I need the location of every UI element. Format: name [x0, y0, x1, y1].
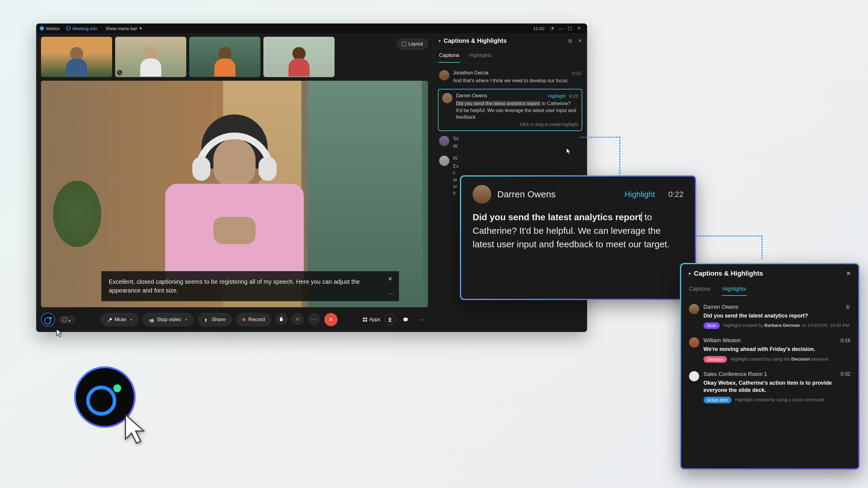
caption-text: Did you send the latest analytics report…	[456, 100, 578, 121]
popout-icon[interactable]: ⧉	[568, 38, 572, 44]
active-speaker-video: Excellent, closed captioning seems to be…	[41, 81, 428, 307]
avatar	[439, 156, 450, 166]
caption-item[interactable]: So W	[438, 133, 582, 153]
avatar	[689, 371, 699, 381]
close-panel-icon[interactable]: ✕	[578, 38, 582, 44]
hand-icon	[279, 316, 284, 322]
avatar	[472, 185, 491, 204]
highlight-meta: Highlight created by using the Decision …	[731, 356, 828, 362]
tab-highlights[interactable]: Highlights	[468, 49, 492, 63]
close-icon[interactable]: ✕	[846, 270, 851, 277]
avatar	[439, 70, 450, 80]
info-icon	[66, 26, 70, 30]
highlight-meta: Highlight created by Barbara German on 1…	[723, 322, 849, 328]
close-caption-button[interactable]: ✕	[388, 275, 395, 282]
decision-pill: Decision	[704, 356, 727, 363]
connector-line	[694, 235, 763, 259]
cursor-icon	[56, 328, 63, 337]
delete-icon[interactable]: 🗑	[845, 304, 850, 310]
highlights-panel: ▾ Captions & Highlights ✕ Captions Highl…	[680, 263, 860, 469]
webex-logo-icon	[40, 26, 44, 30]
brand: Webex	[40, 26, 60, 31]
avatar	[442, 93, 453, 103]
meeting-controls: Mute ▾ Stop video ▾ Share Record	[36, 307, 433, 332]
avatar	[439, 136, 450, 146]
live-caption-box: Excellent, closed captioning seems to be…	[101, 271, 399, 301]
tab-highlights[interactable]: Highlights	[722, 283, 747, 296]
show-menu-bar-button[interactable]: Show menu bar ▾	[105, 26, 142, 31]
caption-toggle[interactable]	[59, 316, 75, 324]
window-titlebar: Webex Meeting info Show menu bar ▾ 12:40…	[36, 24, 587, 33]
apps-button[interactable]: Apps	[363, 317, 380, 322]
meeting-info-button[interactable]: Meeting info	[66, 26, 97, 31]
chevron-down-icon: ▾	[140, 26, 142, 31]
highlight-meta: Highlight created by using a voice comma…	[735, 397, 824, 403]
layout-icon	[402, 42, 406, 46]
apps-icon	[363, 318, 367, 322]
share-icon	[204, 317, 209, 322]
action-item-pill: Action item	[704, 397, 732, 403]
clock: 12:40	[533, 26, 544, 31]
record-button[interactable]: Record	[236, 313, 271, 326]
caption-text: Excellent, closed captioning seems to be…	[109, 278, 360, 294]
cursor-icon	[123, 413, 148, 447]
highlight-tooltip: Click or drag to create highlight	[456, 122, 578, 127]
highlights-list: Darren Owens 🗑 Did you send the latest a…	[688, 300, 851, 408]
panel-title: Captions & Highlights	[444, 37, 562, 44]
tab-captions[interactable]: Captions	[438, 49, 460, 63]
mute-button[interactable]: Mute ▾	[101, 313, 138, 326]
speaker-name: Darren Owens	[497, 189, 555, 199]
layout-button[interactable]: Layout	[397, 38, 428, 50]
chat-button[interactable]	[400, 314, 412, 326]
highlight-item[interactable]: Sales Conference Room 1 0:32 Okay Webex,…	[688, 367, 851, 408]
more-icon	[311, 316, 317, 322]
emoji-icon	[296, 316, 300, 322]
highlight-label[interactable]: Highlight	[624, 190, 655, 199]
caption-icon	[62, 318, 67, 322]
participant-thumb[interactable]	[41, 37, 112, 77]
webex-assistant-button[interactable]	[41, 313, 55, 327]
share-button[interactable]: Share	[198, 313, 232, 326]
caption-item-highlighted[interactable]: Darren Owens Highlight 0:22 Did you send…	[438, 89, 582, 131]
stop-video-button[interactable]: Stop video ▾	[143, 313, 193, 326]
participant-filmstrip	[36, 33, 433, 77]
record-icon	[242, 318, 245, 321]
brand-label: Webex	[46, 26, 60, 31]
panel-title: Captions & Highlights	[694, 270, 843, 278]
avatar	[689, 337, 699, 348]
close-button[interactable]: ✕	[575, 26, 584, 31]
highlight-zoom-card: Darren Owens Highlight 0:22 Did you send…	[460, 175, 696, 300]
tab-captions[interactable]: Captions	[688, 283, 711, 296]
profile-icon[interactable]: ◔	[547, 26, 556, 31]
more-options-button[interactable]	[308, 313, 320, 325]
chevron-down-icon	[69, 318, 72, 321]
chevron-down-icon: ▾	[130, 318, 132, 322]
highlight-text: Did you send the latest analytics report…	[472, 210, 684, 251]
collapse-icon[interactable]: ▾	[688, 271, 691, 276]
timestamp: 0:22	[668, 190, 684, 199]
reactions-button[interactable]	[292, 313, 304, 325]
participants-button[interactable]	[384, 314, 396, 325]
chevron-down-icon: ▾	[185, 318, 187, 322]
raise-hand-button[interactable]	[276, 313, 287, 325]
participant-thumb[interactable]	[189, 37, 260, 77]
highlight-item[interactable]: Darren Owens 🗑 Did you send the latest a…	[688, 300, 851, 333]
camera-icon	[149, 317, 154, 322]
note-pill: Note	[704, 322, 720, 329]
muted-icon	[117, 70, 122, 75]
caption-more-button[interactable]: ⋯	[389, 290, 395, 297]
panel-more-button[interactable]	[416, 314, 428, 326]
microphone-icon	[107, 317, 112, 322]
participant-thumb[interactable]	[264, 37, 335, 77]
maximize-button[interactable]: ▢	[565, 26, 575, 31]
panel-tabs: Captions Highlights	[433, 49, 587, 63]
avatar	[689, 304, 699, 314]
video-area: Layout Excellent, closed captioning	[36, 33, 433, 332]
caption-item[interactable]: Jonathon Garcia 0:12 And that's where I …	[438, 67, 582, 87]
collapse-icon[interactable]: ▾	[438, 38, 441, 43]
participant-thumb[interactable]	[115, 37, 186, 77]
minimize-button[interactable]: —	[556, 26, 565, 31]
leave-meeting-button[interactable]: ✕	[324, 313, 338, 326]
cursor-icon	[566, 148, 571, 155]
highlight-item[interactable]: William Weston 0:16 We're moving ahead w…	[688, 333, 851, 367]
